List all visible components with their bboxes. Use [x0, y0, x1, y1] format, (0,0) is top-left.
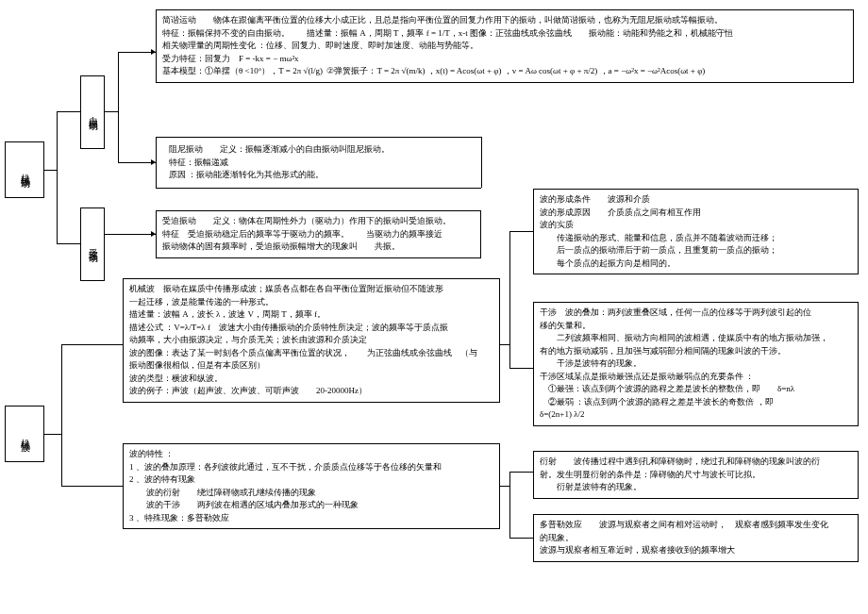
line: 射。发生明显衍射的条件是：障碍物的尺寸与波长可比拟。	[540, 469, 852, 482]
line: 波的例子：声波（超声波、次声波、可听声波 20-20000Hz）	[129, 385, 493, 398]
line: 受力特征：回复力 F = -kx = − mω²x	[162, 53, 847, 66]
line: 特征：振幅递减	[169, 157, 473, 170]
sqrt-m-k: √(m/k)	[402, 66, 426, 75]
part-b: ②弹簧振子：T = 2π	[326, 66, 399, 75]
line: 衍射是波特有的现象。	[540, 481, 852, 494]
line: 干涉 波的叠加：两列波重叠区域，任何一点的位移等于两列波引起的位	[540, 307, 852, 320]
connector	[61, 344, 123, 345]
label: 机械振动	[18, 166, 31, 174]
connector	[500, 486, 509, 487]
arrow-icon	[151, 159, 156, 165]
line: 特征 受迫振动稳定后的频率等于驱动力的频率。 当驱动力的频率接近	[162, 228, 475, 241]
line: 描述公式 ：V=λ/T=λ f 波速大小由传播振动的介质特性所决定；波的频率等于…	[129, 322, 493, 335]
line: 后一质点的振动滞后于前一质点，且重复前一质点的振动；	[540, 244, 852, 257]
connector	[61, 486, 123, 487]
connector	[118, 52, 119, 162]
box-mechanical-wave: 机械波 振动在媒质中传播形成波；媒质各点都在各自平衡位置附近振动但不随波形 一起…	[123, 278, 500, 403]
connector	[118, 162, 156, 163]
line: 机械波 振动在媒质中传播形成波；媒质各点都在各自平衡位置附近振动但不随波形	[129, 283, 493, 296]
box-wave-properties: 波的特性 ： 1 、波的叠加原理：各列波彼此通过，互不干扰，介质质点位移等于各位…	[123, 443, 500, 529]
line: 多普勒效应 波源与观察者之间有相对运动时， 观察者感到频率发生变化	[540, 519, 852, 532]
box-doppler: 多普勒效应 波源与观察者之间有相对运动时， 观察者感到频率发生变化 的现象。 波…	[533, 514, 859, 562]
connector	[61, 344, 62, 486]
label: 机械波	[18, 431, 31, 437]
line: 特征：振幅保持不变的自由振动。 描述量：振幅 A，周期 T，频率 f = 1/T…	[162, 27, 847, 41]
root-vibration: 机械振动	[5, 141, 44, 198]
sqrt-l-g: √(l/g)	[303, 66, 322, 75]
line: ②最弱 ：该点到两个波源的路程之差是半波长的奇数倍 ，即	[540, 396, 852, 409]
line: 阻尼振动 定义：振幅逐渐减小的自由振动叫阻尼振动。	[169, 143, 473, 157]
box-forced: 受迫振动 定义：物体在周期性外力（驱动力）作用下的振动叫受迫振动。 特征 受迫振…	[156, 210, 481, 258]
label: 自由振动	[86, 108, 99, 116]
divider	[481, 137, 482, 188]
box-shm: 简谐运动 物体在跟偏离平衡位置的位移大小成正比，且总是指向平衡位置的回复力作用下…	[156, 9, 854, 83]
line: 波的特性 ：	[129, 448, 493, 461]
line: 移的矢量和。	[540, 320, 852, 333]
box-wave-formation: 波的形成条件 波源和介质 波的形成原因 介质质点之间有相互作用 波的实质 传递振…	[533, 189, 859, 274]
box-interference: 干涉 波的叠加：两列波重叠区域，任何一点的位移等于两列波引起的位 移的矢量和。 …	[533, 302, 859, 426]
part-a: 基本模型：①单摆（θ <10°），T = 2π	[162, 66, 301, 75]
line: 二列波频率相同、振动方向相同的波相遇，使媒质中有的地方振动加强，	[540, 332, 852, 345]
line: 描述量：波幅 A，波长 λ，波速 V，周期 T，频率 f。	[129, 308, 493, 322]
connector	[509, 231, 533, 232]
line: 2 、波的特有现象	[129, 473, 493, 487]
line: 衍射 波传播过程中遇到孔和障碍物时，绕过孔和障碍物的现象叫波的衍	[540, 456, 852, 469]
line: δ=(2n+1) λ/2	[540, 408, 852, 422]
sub-free-vibration: 自由振动	[80, 75, 105, 149]
line: 受迫振动 定义：物体在周期性外力（驱动力）作用下的振动叫受迫振动。	[162, 215, 475, 228]
connector	[500, 344, 509, 345]
connector	[57, 243, 80, 244]
line: 3 、特殊现象：多普勒效应	[129, 512, 493, 525]
connector	[57, 111, 58, 243]
connector	[44, 170, 57, 171]
line: 1 、波的叠加原理：各列波彼此通过，互不干扰，介质质点位移等于各位移的矢量和	[129, 461, 493, 474]
box-damped: 阻尼振动 定义：振幅逐渐减小的自由振动叫阻尼振动。 特征：振幅递减 原因 ：振动…	[165, 141, 476, 184]
connector	[509, 538, 533, 539]
divider	[156, 137, 481, 138]
line: ①最强：该点到两个波源的路程之差是波长的整数倍，即 δ=nλ	[540, 383, 852, 396]
line: 基本模型：①单摆（θ <10°），T = 2π √(l/g) ②弹簧振子：T =…	[162, 65, 847, 78]
line: 波的类型：横波和纵波。	[129, 373, 493, 386]
connector	[118, 52, 156, 53]
line: 传递振动的形式、能量和信息，质点并不随着波动而迁移；	[540, 232, 852, 245]
line: 干涉是波特有的现象。	[540, 357, 852, 371]
line: 简谐运动 物体在跟偏离平衡位置的位移大小成正比，且总是指向平衡位置的回复力作用下…	[162, 14, 847, 27]
line: 的现象。	[540, 532, 852, 545]
arrow-icon	[151, 49, 156, 55]
connector	[57, 111, 80, 112]
line: 波的干涉 两列波在相遇的区域内叠加形式的一种现象	[129, 499, 493, 512]
divider	[156, 137, 157, 188]
line: 波源与观察者相互靠近时，观察者接收到的频率增大	[540, 544, 852, 557]
part-c: ，x(t) = Acos(ωt + φ) ，v = Aω cos(ωt + φ …	[427, 66, 706, 75]
line: 相关物理量的周期性变化 ：位移、回复力、即时速度、即时加速度、动能与势能等。	[162, 40, 847, 53]
label: 受迫振动	[86, 241, 99, 248]
line: 波的形成原因 介质质点之间有相互作用	[540, 207, 852, 220]
line: 原因 ：振动能逐渐转化为其他形式的能。	[169, 169, 473, 182]
line: 干涉区域某点是振动最强点还是振动最弱点的充要条件 ：	[540, 371, 852, 384]
line: 每个质点的起振方向是相同的。	[540, 257, 852, 271]
connector	[509, 472, 533, 473]
line: 振动图像很相似，但是有本质区别）	[129, 359, 493, 373]
box-diffraction: 衍射 波传播过程中遇到孔和障碍物时，绕过孔和障碍物的现象叫波的衍 射。发生明显衍…	[533, 451, 859, 499]
root-wave: 机械波	[5, 406, 44, 462]
connector	[509, 472, 510, 538]
sub-forced-vibration: 受迫振动	[80, 207, 105, 281]
connector	[44, 434, 61, 435]
connector	[105, 234, 156, 235]
line: 振动物体的固有频率时，受迫振动振幅增大的现象叫 共振。	[162, 241, 475, 254]
connector	[509, 368, 533, 369]
line: 波的图像：表达了某一时刻各个质点偏离平衡位置的状况， 为正弦曲线或余弦曲线 （与	[129, 347, 493, 360]
line: 波的衍射 绕过障碍物或孔继续传播的现象	[129, 487, 493, 500]
arrow-icon	[151, 231, 156, 237]
connector	[509, 231, 510, 368]
line: 有的地方振动减弱，且加强与减弱部分相间隔的现象叫波的干涉。	[540, 345, 852, 358]
line: 波的实质	[540, 219, 852, 232]
line: 一起迁移，波是能量传递的一种形式。	[129, 296, 493, 309]
line: 动频率，大小由振源决定，与介质无关；波长由波源和介质决定	[129, 334, 493, 347]
divider	[156, 188, 481, 189]
connector	[105, 111, 118, 112]
line: 波的形成条件 波源和介质	[540, 193, 852, 207]
